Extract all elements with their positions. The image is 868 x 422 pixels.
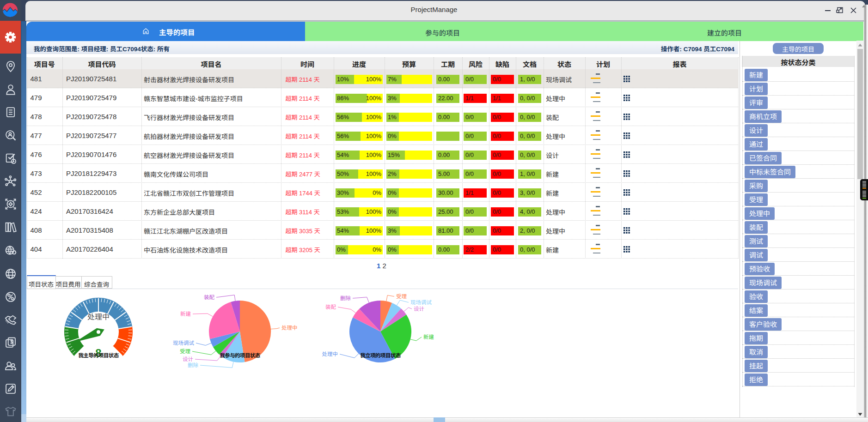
svg-text:设计: 设计 xyxy=(183,356,193,362)
svg-text:现场调试: 现场调试 xyxy=(173,340,194,346)
svg-text:我参与的项目状态: 我参与的项目状态 xyxy=(220,353,260,358)
svg-text:新建: 新建 xyxy=(180,311,191,317)
svg-text:新建: 新建 xyxy=(423,334,434,340)
svg-text:受理: 受理 xyxy=(180,349,190,354)
svg-text:现场调试: 现场调试 xyxy=(410,300,432,305)
svg-text:我立项的项目状态: 我立项的项目状态 xyxy=(360,353,401,358)
svg-text:处理中: 处理中 xyxy=(87,313,110,321)
svg-text:处理中: 处理中 xyxy=(281,325,298,331)
svg-text:处理中: 处理中 xyxy=(322,351,338,357)
svg-text:受理: 受理 xyxy=(396,294,407,299)
svg-text:我主导的项目状态: 我主导的项目状态 xyxy=(78,353,119,358)
svg-text:删除: 删除 xyxy=(340,295,351,301)
svg-text:装配: 装配 xyxy=(325,304,336,310)
svg-text:删除: 删除 xyxy=(188,362,198,368)
svg-text:设计: 设计 xyxy=(414,306,424,312)
svg-text:装配: 装配 xyxy=(204,295,214,300)
